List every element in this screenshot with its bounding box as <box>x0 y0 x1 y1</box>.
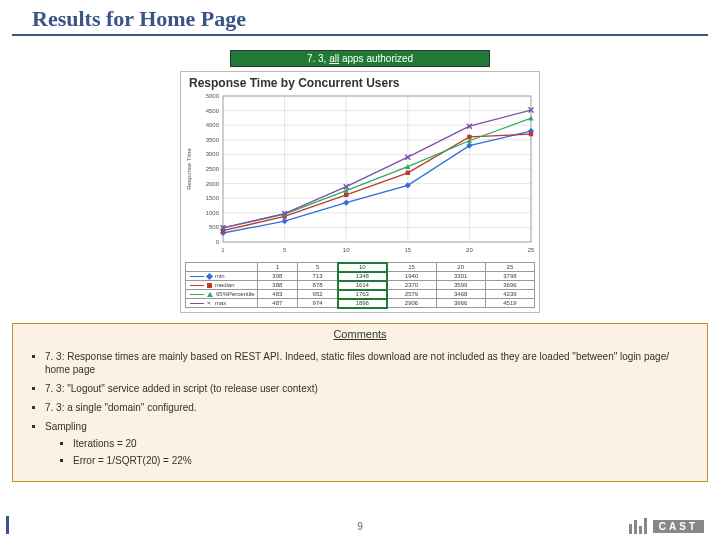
svg-text:1000: 1000 <box>206 210 220 216</box>
footer-bar: 9 CAST <box>0 518 720 534</box>
logo-text: CAST <box>653 520 704 533</box>
comment-subitem: Iterations = 20 <box>73 437 691 450</box>
comment-subitem: Error = 1/SQRT(20) = 22% <box>73 454 691 467</box>
svg-text:10: 10 <box>343 247 350 253</box>
chart-title: Response Time by Concurrent Users <box>181 72 539 90</box>
svg-text:1: 1 <box>221 247 225 253</box>
comments-panel: Comments 7. 3: Response times are mainly… <box>12 323 708 482</box>
banner-suffix: apps authorized <box>339 53 413 64</box>
svg-text:20: 20 <box>466 247 473 253</box>
svg-rect-38 <box>343 200 349 206</box>
chart-container: Response Time by Concurrent Users 050010… <box>180 71 540 313</box>
cast-logo: CAST <box>629 518 704 534</box>
page-number: 9 <box>357 521 363 532</box>
svg-text:4500: 4500 <box>206 108 220 114</box>
chart-data-table: 1510152025min3087131348194033013798media… <box>185 262 535 308</box>
svg-text:4000: 4000 <box>206 122 220 128</box>
svg-marker-53 <box>529 115 534 120</box>
line-chart: 0500100015002000250030003500400045005000… <box>181 90 539 260</box>
svg-text:2000: 2000 <box>206 181 220 187</box>
comment-item: SamplingIterations = 20Error = 1/SQRT(20… <box>45 420 691 467</box>
comment-item: 7. 3: a single "domain" configured. <box>45 401 691 414</box>
svg-rect-47 <box>529 132 533 136</box>
svg-text:5: 5 <box>283 247 287 253</box>
page-title: Results for Home Page <box>12 0 708 36</box>
svg-rect-37 <box>281 218 287 224</box>
svg-rect-44 <box>344 193 348 197</box>
barcode-icon <box>629 518 647 534</box>
svg-text:500: 500 <box>209 224 220 230</box>
svg-rect-45 <box>406 171 410 175</box>
comments-list: 7. 3: Response times are mainly based on… <box>13 350 707 481</box>
comment-item: 7. 3: "Logout" service added in script (… <box>45 382 691 395</box>
comments-heading: Comments <box>13 324 707 344</box>
version-banner: 7. 3, all apps authorized <box>230 50 490 67</box>
banner-underlined: all <box>329 53 339 64</box>
svg-text:1500: 1500 <box>206 195 220 201</box>
svg-text:2500: 2500 <box>206 166 220 172</box>
svg-text:5000: 5000 <box>206 93 220 99</box>
svg-text:15: 15 <box>404 247 411 253</box>
banner-prefix: 7. 3, <box>307 53 329 64</box>
svg-text:3500: 3500 <box>206 137 220 143</box>
comment-item: 7. 3: Response times are mainly based on… <box>45 350 691 376</box>
svg-text:3000: 3000 <box>206 151 220 157</box>
svg-text:25: 25 <box>528 247 535 253</box>
svg-text:0: 0 <box>216 239 220 245</box>
svg-text:Response Time: Response Time <box>186 147 192 189</box>
